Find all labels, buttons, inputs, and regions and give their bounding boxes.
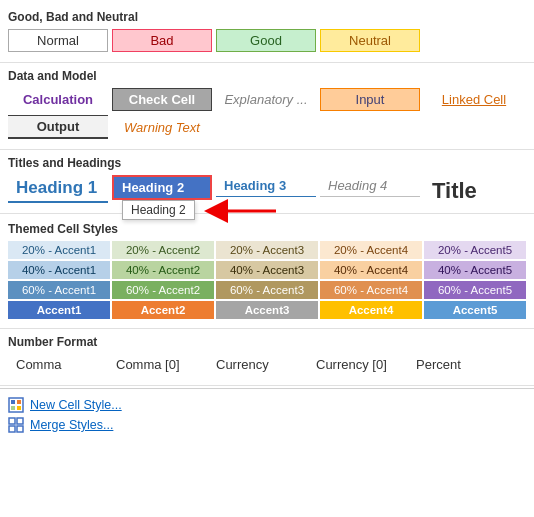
cell-20-accent2[interactable]: 20% - Accent2 <box>112 241 214 259</box>
new-cell-style-icon <box>8 397 24 413</box>
cell-linked[interactable]: Linked Cell <box>424 89 524 110</box>
svg-rect-9 <box>9 426 15 432</box>
cell-output[interactable]: Output <box>8 115 108 139</box>
cell-normal[interactable]: Normal <box>8 29 108 52</box>
cell-60-accent1[interactable]: 60% - Accent1 <box>8 281 110 299</box>
themed-grid: 20% - Accent1 20% - Accent2 20% - Accent… <box>8 241 526 319</box>
svg-rect-6 <box>17 406 21 410</box>
cell-20-accent5[interactable]: 20% - Accent5 <box>424 241 526 259</box>
cell-accent3[interactable]: Accent3 <box>216 301 318 319</box>
cell-60-accent2[interactable]: 60% - Accent2 <box>112 281 214 299</box>
cell-heading4[interactable]: Heading 4 <box>320 175 420 197</box>
cell-20-accent3[interactable]: 20% - Accent3 <box>216 241 318 259</box>
cell-40-accent5[interactable]: 40% - Accent5 <box>424 261 526 279</box>
section-title-good-bad-neutral: Good, Bad and Neutral <box>8 10 526 24</box>
section-title-number-format: Number Format <box>8 335 526 349</box>
cell-20-accent1[interactable]: 20% - Accent1 <box>8 241 110 259</box>
cell-accent1[interactable]: Accent1 <box>8 301 110 319</box>
cell-good[interactable]: Good <box>216 29 316 52</box>
svg-rect-3 <box>11 400 15 404</box>
cell-neutral[interactable]: Neutral <box>320 29 420 52</box>
merge-styles-label: Merge Styles... <box>30 418 113 432</box>
cell-title[interactable]: Title <box>424 175 504 207</box>
cell-bad[interactable]: Bad <box>112 29 212 52</box>
cell-60-accent4[interactable]: 60% - Accent4 <box>320 281 422 299</box>
cell-calculation[interactable]: Calculation <box>8 89 108 110</box>
cell-comma[interactable]: Comma <box>8 354 108 375</box>
cell-40-accent1[interactable]: 40% - Accent1 <box>8 261 110 279</box>
section-title-titles-headings: Titles and Headings <box>8 156 526 170</box>
merge-styles-icon <box>8 417 24 433</box>
cell-60-accent5[interactable]: 60% - Accent5 <box>424 281 526 299</box>
cell-explanatory[interactable]: Explanatory ... <box>216 89 316 110</box>
new-cell-style-link[interactable]: New Cell Style... <box>8 397 526 413</box>
svg-rect-10 <box>17 426 23 432</box>
cell-warning[interactable]: Warning Text <box>112 117 212 138</box>
svg-rect-5 <box>11 406 15 410</box>
heading2-tooltip: Heading 2 <box>122 200 195 220</box>
new-cell-style-label: New Cell Style... <box>30 398 122 412</box>
cell-40-accent4[interactable]: 40% - Accent4 <box>320 261 422 279</box>
merge-styles-link[interactable]: Merge Styles... <box>8 417 526 433</box>
cell-heading3[interactable]: Heading 3 <box>216 175 316 197</box>
svg-rect-4 <box>17 400 21 404</box>
cell-comma0[interactable]: Comma [0] <box>108 354 208 375</box>
cell-currency0[interactable]: Currency [0] <box>308 354 408 375</box>
cell-check[interactable]: Check Cell <box>112 88 212 111</box>
cell-60-accent3[interactable]: 60% - Accent3 <box>216 281 318 299</box>
red-arrow-icon <box>198 203 278 239</box>
svg-rect-8 <box>17 418 23 424</box>
cell-heading2[interactable]: Heading 2 <box>112 175 212 200</box>
cell-percent[interactable]: Percent <box>408 354 508 375</box>
svg-rect-7 <box>9 418 15 424</box>
cell-heading2-wrap: Heading 2 Heading 2 <box>112 175 212 200</box>
cell-heading1[interactable]: Heading 1 <box>8 175 108 203</box>
cell-40-accent3[interactable]: 40% - Accent3 <box>216 261 318 279</box>
divider <box>0 388 534 389</box>
section-title-data-model: Data and Model <box>8 69 526 83</box>
cell-40-accent2[interactable]: 40% - Accent2 <box>112 261 214 279</box>
cell-currency[interactable]: Currency <box>208 354 308 375</box>
cell-accent4[interactable]: Accent4 <box>320 301 422 319</box>
cell-accent2[interactable]: Accent2 <box>112 301 214 319</box>
cell-20-accent4[interactable]: 20% - Accent4 <box>320 241 422 259</box>
cell-input[interactable]: Input <box>320 88 420 111</box>
cell-accent5[interactable]: Accent5 <box>424 301 526 319</box>
